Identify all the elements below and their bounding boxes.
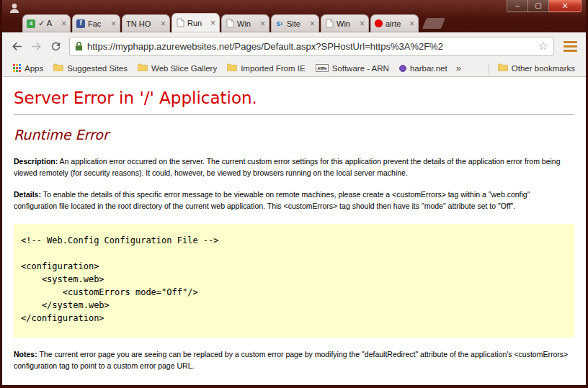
bookmark-harbar-net[interactable]: harbar.net	[394, 63, 453, 74]
tab-win-1[interactable]: Win ×	[221, 14, 270, 32]
page-content: Server Error in '/' Application. Runtime…	[2, 77, 586, 385]
bookmark-apps[interactable]: Apps	[8, 63, 48, 74]
tab-strip: 4 ✓ A × f Fac × TN HO × Run ×	[22, 13, 443, 32]
tab-label: Run	[187, 19, 208, 27]
bookmark-label: Imported From IE	[241, 64, 305, 73]
back-button[interactable]	[7, 37, 27, 56]
bookmarks-separator	[489, 63, 489, 73]
reload-button[interactable]	[46, 37, 66, 56]
bookmark-suggested-sites[interactable]: Suggested Sites	[48, 62, 133, 74]
tab-tn-ho[interactable]: TN HO ×	[122, 14, 170, 32]
url-text: https://myphapp.azurewebsites.net/Pages/…	[87, 41, 535, 52]
maximize-button[interactable]: ▢	[528, 0, 549, 12]
close-button[interactable]: ✕	[549, 0, 582, 12]
sharepoint-favicon-icon: s›	[275, 19, 284, 28]
runtime-error-heading: Runtime Error	[14, 127, 574, 143]
folder-icon	[227, 63, 237, 73]
page-favicon-icon	[226, 19, 234, 28]
bookmark-label: Software - ARN	[332, 64, 389, 73]
airtel-favicon-icon	[375, 19, 383, 27]
menu-hamburger-icon[interactable]	[559, 37, 581, 56]
tab-facebook[interactable]: f Fac ×	[72, 14, 120, 32]
minimize-button[interactable]: –	[507, 0, 528, 12]
bookmark-imported-from-ie[interactable]: Imported From IE	[222, 62, 310, 74]
bookmark-label: Web Slice Gallery	[151, 64, 217, 73]
tab-site-sharepoint[interactable]: s› Site ×	[271, 14, 319, 32]
tab-close-icon[interactable]: ×	[360, 19, 365, 29]
tab-label: TN HO	[126, 19, 159, 28]
tab-close-icon[interactable]: ×	[61, 19, 66, 29]
browser-window: – ▢ ✕ 4 ✓ A × f Fac × TN HO ×	[0, 0, 588, 388]
profile-avatar-icon[interactable]	[9, 2, 20, 14]
bookmark-software-arn[interactable]: ARN Software - ARN	[311, 63, 394, 74]
page-favicon-icon	[176, 19, 184, 27]
arn-icon: ARN	[316, 64, 329, 72]
tab-win-2[interactable]: Win ×	[321, 14, 369, 32]
tab-close-icon[interactable]: ×	[409, 19, 414, 29]
navigation-toolbar: https://myphapp.azurewebsites.net/Pages/…	[2, 32, 586, 60]
window-controls: – ▢ ✕	[507, 0, 582, 12]
description-text: An application error occurred on the ser…	[14, 157, 561, 177]
tab-label: Win	[237, 19, 258, 28]
description-label: Description:	[14, 157, 58, 166]
title-divider	[14, 114, 574, 115]
tab-airtel[interactable]: airte ×	[370, 14, 419, 32]
address-bar[interactable]: https://myphapp.azurewebsites.net/Pages/…	[69, 37, 554, 56]
tab-close-icon[interactable]: ×	[260, 19, 265, 29]
error-page-title: Server Error in '/' Application.	[14, 89, 574, 107]
tab-label: airte	[386, 19, 407, 28]
facebook-favicon-icon: f	[76, 19, 85, 28]
titlebar[interactable]: – ▢ ✕ 4 ✓ A × f Fac × TN HO ×	[2, 0, 586, 32]
folder-icon	[138, 63, 148, 73]
folder-icon	[498, 63, 508, 73]
page-favicon-icon	[325, 19, 334, 28]
other-bookmarks-label: Other bookmarks	[512, 64, 575, 73]
harbar-site-icon	[399, 65, 406, 72]
description-paragraph: Description: An application error occurr…	[14, 155, 574, 179]
bookmarks-bar: Apps Suggested Sites Web Slice Gallery I…	[2, 60, 586, 77]
tab-label: Fac	[88, 19, 109, 28]
details-text: To enable the details of this specific e…	[14, 190, 530, 210]
tab-close-icon[interactable]: ×	[111, 19, 116, 29]
tab-label: Win	[337, 19, 357, 28]
tab-a[interactable]: 4 ✓ A ×	[22, 14, 71, 32]
web-config-code-block: <!-- Web.Config Configuration File --> <…	[14, 224, 574, 338]
bookmark-star-icon[interactable]: ☆	[538, 40, 548, 52]
notes-text: The current error page you are seeing ca…	[14, 350, 568, 370]
notes-paragraph: Notes: The current error page you are se…	[14, 348, 574, 372]
tab-close-icon[interactable]: ×	[310, 19, 315, 29]
apps-grid-icon	[13, 64, 21, 72]
https-lock-icon[interactable]	[75, 41, 83, 51]
bookmark-web-slice-gallery[interactable]: Web Slice Gallery	[133, 62, 222, 74]
tab-runtime-error-active[interactable]: Run ×	[172, 13, 220, 32]
new-tab-button[interactable]	[422, 18, 445, 29]
tab-close-icon[interactable]: ×	[161, 19, 166, 29]
other-bookmarks-button[interactable]: Other bookmarks	[493, 62, 580, 74]
green-4-favicon-icon: 4	[27, 19, 35, 28]
tab-label: Site	[287, 19, 308, 28]
details-paragraph: Details: To enable the details of this s…	[14, 189, 574, 212]
bookmark-label: harbar.net	[410, 64, 447, 73]
tab-close-icon[interactable]: ×	[210, 18, 215, 28]
tab-label: ✓ A	[38, 19, 59, 28]
bookmark-label: Apps	[24, 64, 43, 73]
details-label: Details:	[14, 190, 41, 199]
bookmarks-overflow-chevron[interactable]: »	[453, 63, 465, 73]
bookmark-label: Suggested Sites	[67, 64, 128, 73]
folder-icon	[53, 63, 63, 73]
forward-button[interactable]	[27, 37, 46, 56]
notes-label: Notes:	[14, 350, 37, 358]
